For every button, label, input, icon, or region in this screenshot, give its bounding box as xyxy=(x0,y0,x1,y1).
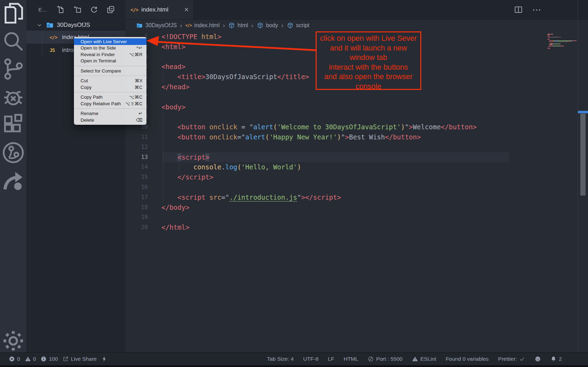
breadcrumb-item-30daysofjs[interactable]: 30DaysOfJS xyxy=(136,22,177,29)
chevron-down-icon xyxy=(36,22,43,29)
code-line[interactable]: 8<body> xyxy=(126,102,588,112)
menu-item-label: Cut xyxy=(81,78,88,83)
debug-icon xyxy=(0,84,27,112)
split-editor-icon[interactable] xyxy=(514,5,523,14)
activity-settings[interactable] xyxy=(0,328,27,355)
status-info[interactable]: 100 xyxy=(40,356,58,362)
scrollbar-thumb[interactable] xyxy=(580,114,586,196)
status-tab-size[interactable]: Tab Size: 4 xyxy=(267,356,294,362)
code-line[interactable]: 9 xyxy=(126,112,588,122)
activity-share[interactable] xyxy=(0,167,27,195)
code-token: " xyxy=(341,133,345,141)
activity-search[interactable] xyxy=(0,28,27,56)
new-folder-button[interactable] xyxy=(73,5,82,14)
menu-item-label: Delete xyxy=(81,117,94,123)
code-token: = xyxy=(221,193,225,201)
code-line[interactable]: 16 xyxy=(126,182,588,192)
line-number: 18 xyxy=(126,202,148,213)
code-line[interactable]: 10 <button onclick = "alert('Welcome to … xyxy=(126,122,588,132)
more-actions-icon[interactable]: ⋯ xyxy=(532,6,542,13)
port-icon xyxy=(368,356,374,362)
tab-index-html[interactable]: </> index.html × xyxy=(126,0,194,19)
code-token: 'Hello, World' xyxy=(241,163,297,171)
line-number: 13 xyxy=(126,152,148,162)
collapse-folders-button[interactable] xyxy=(106,5,115,14)
annotation-box: click on open with Live Severand it will… xyxy=(316,31,421,90)
html-file-icon: </> xyxy=(50,35,60,40)
menu-item-cut[interactable]: Cut⌘X xyxy=(74,78,146,84)
code-line[interactable]: 15 </script> xyxy=(126,172,588,182)
status-label: 0 xyxy=(33,356,36,362)
warning-icon xyxy=(25,356,31,362)
status-eslint[interactable]: ESLint xyxy=(412,356,436,362)
minimap[interactable] xyxy=(548,34,578,50)
refresh-explorer-button[interactable] xyxy=(90,5,98,14)
menu-item-delete[interactable]: Delete⌫ xyxy=(74,117,146,123)
activity-bar xyxy=(0,0,27,352)
indent-guide xyxy=(163,72,163,82)
breadcrumb-item-html[interactable]: html xyxy=(228,22,248,29)
menu-item-open-with-live-server[interactable]: Open with Live Server xyxy=(74,38,146,45)
activity-extensions[interactable] xyxy=(0,112,27,139)
status-prettier[interactable]: Prettier: xyxy=(498,356,525,362)
menu-item-reveal-in-finder[interactable]: Reveal in Finder⌥⌘R xyxy=(74,51,146,58)
activity-live-share[interactable] xyxy=(0,139,27,167)
tree-item-root-folder[interactable]: 30DaysOfJS xyxy=(27,20,126,31)
status-warnings[interactable]: 0 xyxy=(25,356,36,362)
code-line[interactable]: 17 <script src="./introduction.js"></scr… xyxy=(126,192,588,202)
breadcrumb-item-body[interactable]: body xyxy=(257,22,278,29)
explorer-title: E... xyxy=(38,7,47,13)
code-token: <!DOCTYPE xyxy=(161,33,201,40)
code-token: = xyxy=(237,123,249,131)
code-line[interactable]: 14 console.log('Hello, World') xyxy=(126,162,588,172)
code-line[interactable]: 12 xyxy=(126,142,588,152)
code-line[interactable]: 19 xyxy=(126,212,588,222)
status-feedback[interactable] xyxy=(535,356,541,362)
code-line[interactable]: 7 xyxy=(126,92,588,102)
menu-item-open-to-the-side[interactable]: Open to the Side^↵ xyxy=(74,45,146,52)
html-file-icon: </> xyxy=(185,23,192,28)
annotation-line: console xyxy=(317,82,420,92)
menu-item-rename[interactable]: Rename↵ xyxy=(74,110,146,117)
status-variables[interactable]: Found 0 variables xyxy=(446,356,489,362)
status-eol[interactable]: LF xyxy=(328,356,334,362)
new-file-button[interactable] xyxy=(56,5,65,14)
line-content xyxy=(148,212,161,222)
overview-ruler xyxy=(578,0,588,352)
activity-run-debug[interactable] xyxy=(0,84,27,112)
menu-item-open-in-terminal[interactable]: Open in Terminal xyxy=(74,58,146,64)
indent-guide xyxy=(179,162,179,172)
warning-icon xyxy=(412,356,418,362)
code-token: <body> xyxy=(161,103,186,111)
status-live-share[interactable]: Live Share xyxy=(62,356,97,362)
activity-source-control[interactable] xyxy=(0,56,27,84)
breadcrumb-item-script[interactable]: script xyxy=(287,22,309,29)
status-language[interactable]: HTML xyxy=(344,356,358,362)
code-token: 30DaysOfJavaScript xyxy=(205,73,277,81)
tab-bar: </> index.html × ⋯ xyxy=(126,0,588,20)
breadcrumb-item-index-html[interactable]: </>index.html xyxy=(185,22,220,29)
status-encoding[interactable]: UTF-8 xyxy=(303,356,318,362)
menu-item-select-for-compare[interactable]: Select for Compare xyxy=(74,68,146,74)
menu-item-copy-relative-path[interactable]: Copy Relative Path⌥⇧⌘C xyxy=(74,100,146,107)
code-line[interactable]: 11 <button onclick="alert('Happy New Yea… xyxy=(126,132,588,142)
close-icon[interactable]: × xyxy=(184,6,189,14)
menu-item-shortcut: ⌫ xyxy=(136,117,143,123)
menu-item-shortcut: ⌥⌘R xyxy=(129,52,143,57)
code-token: </head> xyxy=(161,83,189,91)
menu-item-copy[interactable]: Copy⌘C xyxy=(74,84,146,91)
status-errors[interactable]: 0 xyxy=(9,356,20,362)
activity-explorer[interactable] xyxy=(0,0,27,28)
folder-filled-icon xyxy=(136,22,143,29)
code-token: 'Happy New Year!' xyxy=(269,133,337,141)
line-number: 16 xyxy=(126,182,148,192)
menu-item-copy-path[interactable]: Copy Path⌥⌘C xyxy=(74,94,146,101)
menu-separator xyxy=(74,92,146,92)
line-content: <html> xyxy=(148,42,186,52)
code-line[interactable]: 20</html> xyxy=(126,222,588,232)
status-port[interactable]: Port : 5500 xyxy=(368,356,402,362)
status-notifications[interactable]: 2 xyxy=(550,356,562,362)
code-line[interactable]: 13 <script> xyxy=(126,152,588,162)
code-line[interactable]: 18</body> xyxy=(126,202,588,213)
status-quick-action[interactable] xyxy=(101,356,107,362)
